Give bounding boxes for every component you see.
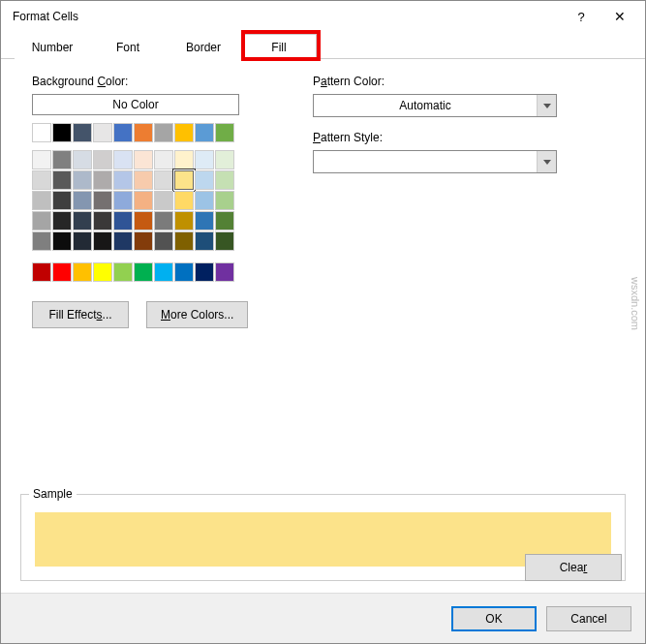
color-swatch[interactable]: [134, 231, 153, 251]
background-color-label: Background Color:: [32, 75, 255, 88]
color-swatch[interactable]: [215, 231, 234, 251]
color-swatch[interactable]: [215, 150, 234, 169]
color-swatch[interactable]: [73, 150, 92, 169]
color-swatch[interactable]: [73, 123, 92, 142]
color-swatch[interactable]: [52, 123, 72, 142]
color-swatch[interactable]: [113, 150, 133, 169]
color-swatch[interactable]: [32, 262, 51, 282]
pattern-style-combo[interactable]: [313, 150, 557, 173]
color-swatch[interactable]: [32, 150, 51, 169]
color-swatch[interactable]: [195, 191, 214, 210]
tab-border[interactable]: Border: [166, 34, 241, 59]
color-swatch[interactable]: [174, 123, 194, 142]
color-swatch[interactable]: [32, 123, 51, 142]
watermark-text: wsxdn.com: [630, 277, 641, 330]
color-swatch[interactable]: [195, 211, 214, 230]
tab-strip: Number Font Border Fill: [1, 32, 645, 59]
color-swatch[interactable]: [134, 123, 153, 142]
color-swatch[interactable]: [93, 231, 112, 251]
color-swatch[interactable]: [174, 170, 194, 190]
color-swatch[interactable]: [174, 211, 194, 230]
color-swatch[interactable]: [52, 170, 72, 190]
color-swatch[interactable]: [174, 231, 194, 251]
color-swatch[interactable]: [134, 170, 153, 190]
color-swatch[interactable]: [113, 211, 133, 230]
color-swatch[interactable]: [195, 231, 214, 251]
color-swatch[interactable]: [93, 123, 112, 142]
color-swatch[interactable]: [93, 150, 112, 169]
color-swatch[interactable]: [174, 150, 194, 169]
sample-label: Sample: [29, 487, 77, 501]
color-swatch[interactable]: [52, 191, 72, 210]
no-color-button[interactable]: No Color: [32, 94, 239, 115]
color-swatch[interactable]: [174, 191, 194, 210]
color-swatch[interactable]: [93, 211, 112, 230]
chevron-down-icon[interactable]: [537, 151, 556, 172]
color-swatch[interactable]: [113, 170, 133, 190]
tab-fill[interactable]: Fill: [241, 34, 317, 59]
color-swatch[interactable]: [93, 170, 112, 190]
color-swatch[interactable]: [174, 262, 194, 282]
format-cells-dialog: Format Cells ? ✕ Number Font Border Fill…: [0, 0, 646, 644]
color-swatch[interactable]: [195, 262, 214, 282]
chevron-down-icon[interactable]: [537, 95, 556, 116]
color-swatch[interactable]: [52, 262, 72, 282]
color-swatch[interactable]: [113, 231, 133, 251]
color-swatch[interactable]: [73, 211, 92, 230]
color-swatch[interactable]: [195, 123, 214, 142]
color-swatch[interactable]: [154, 150, 173, 169]
dialog-title: Format Cells: [13, 10, 562, 23]
pattern-color-label: Pattern Color:: [313, 75, 626, 88]
color-swatch[interactable]: [113, 262, 133, 282]
color-swatch[interactable]: [93, 191, 112, 210]
color-swatch[interactable]: [134, 150, 153, 169]
tab-number[interactable]: Number: [15, 34, 90, 59]
color-swatch[interactable]: [154, 262, 173, 282]
color-swatch[interactable]: [154, 123, 173, 142]
color-swatch[interactable]: [195, 170, 214, 190]
color-swatch[interactable]: [113, 191, 133, 210]
standard-colors-row: [32, 262, 255, 282]
color-swatch[interactable]: [32, 211, 51, 230]
color-swatch[interactable]: [154, 191, 173, 210]
color-swatch[interactable]: [73, 262, 92, 282]
theme-colors-grid: [32, 150, 239, 251]
theme-colors-row1: [32, 123, 239, 142]
color-swatch[interactable]: [32, 231, 51, 251]
color-swatch[interactable]: [154, 211, 173, 230]
color-swatch[interactable]: [32, 170, 51, 190]
color-swatch[interactable]: [134, 191, 153, 210]
cancel-button[interactable]: Cancel: [546, 606, 631, 631]
color-swatch[interactable]: [215, 191, 234, 210]
color-swatch[interactable]: [52, 211, 72, 230]
clear-button[interactable]: Clear: [525, 554, 622, 581]
fill-effects-button[interactable]: Fill Effects...: [32, 301, 129, 328]
color-swatch[interactable]: [73, 191, 92, 210]
color-swatch[interactable]: [215, 211, 234, 230]
color-swatch[interactable]: [73, 231, 92, 251]
help-button[interactable]: ?: [562, 3, 600, 30]
color-swatch[interactable]: [93, 262, 112, 282]
color-swatch[interactable]: [154, 170, 173, 190]
color-swatch[interactable]: [195, 150, 214, 169]
pattern-color-combo[interactable]: Automatic: [313, 94, 557, 117]
color-swatch[interactable]: [73, 170, 92, 190]
ok-button[interactable]: OK: [451, 606, 537, 631]
close-button[interactable]: ✕: [600, 3, 639, 30]
tab-font[interactable]: Font: [90, 34, 166, 59]
color-swatch[interactable]: [134, 211, 153, 230]
pattern-color-value: Automatic: [314, 99, 537, 112]
color-swatch[interactable]: [215, 170, 234, 190]
color-swatch[interactable]: [52, 231, 72, 251]
dialog-button-bar: OK Cancel: [1, 593, 645, 643]
color-swatch[interactable]: [215, 262, 234, 282]
pattern-style-label: Pattern Style:: [313, 131, 626, 144]
color-swatch[interactable]: [215, 123, 234, 142]
color-swatch[interactable]: [113, 123, 133, 142]
color-swatch[interactable]: [32, 191, 51, 210]
titlebar: Format Cells ? ✕: [1, 1, 645, 32]
color-swatch[interactable]: [154, 231, 173, 251]
more-colors-button[interactable]: More Colors...: [146, 301, 248, 328]
color-swatch[interactable]: [52, 150, 72, 169]
color-swatch[interactable]: [134, 262, 153, 282]
